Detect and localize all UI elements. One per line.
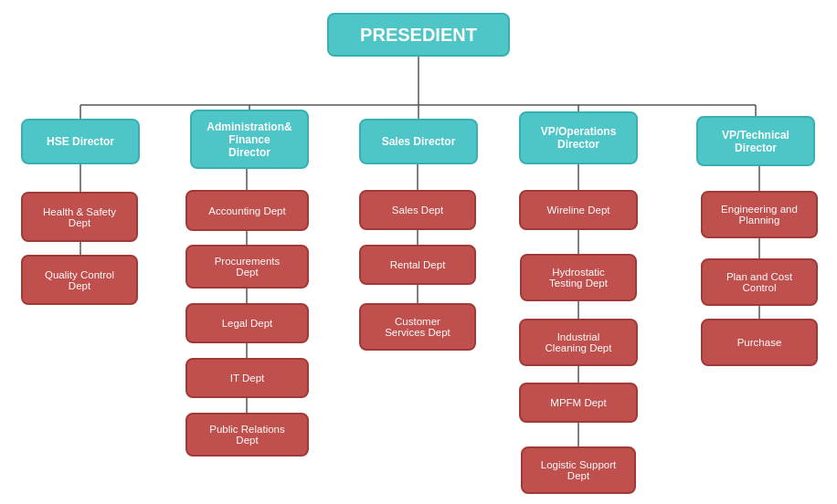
director-vpops: VP/Operations Director — [519, 111, 638, 164]
dept-rental: Rental Dept — [359, 245, 476, 285]
dept-it: IT Dept — [185, 358, 309, 398]
director-sales: Sales Director — [359, 119, 478, 164]
dept-health-safety: Health & Safety Dept — [21, 192, 138, 242]
dept-industrial-cleaning: Industrial Cleaning Dept — [519, 319, 638, 366]
dept-engineering: Engineering and Planning — [701, 191, 818, 238]
dept-plan-cost: Plan and Cost Control — [701, 258, 818, 306]
dept-quality-control: Quality Control Dept — [21, 255, 138, 305]
president-box: PRESEDIENT — [327, 13, 510, 57]
director-hse: HSE Director — [21, 119, 140, 164]
dept-wireline: Wireline Dept — [519, 190, 638, 230]
dept-accounting: Accounting Dept — [185, 190, 309, 231]
dept-legal: Legal Dept — [185, 303, 309, 343]
dept-hydrostatic: Hydrostatic Testing Dept — [520, 254, 637, 301]
dept-customer-services: Customer Services Dept — [359, 303, 476, 351]
dept-procurements: Procurements Dept — [185, 245, 309, 289]
dept-logistic: Logistic Support Dept — [521, 446, 636, 494]
director-vptech: VP/Technical Director — [696, 116, 815, 166]
dept-public-relations: Public Relations Dept — [185, 413, 309, 457]
dept-mpfm: MPFM Dept — [519, 383, 638, 423]
dept-purchase: Purchase — [701, 319, 818, 366]
dept-sales: Sales Dept — [359, 190, 476, 230]
director-admin: Administration& Finance Director — [190, 110, 309, 169]
org-chart: PRESEDIENT HSE Director Administration& … — [0, 0, 837, 504]
